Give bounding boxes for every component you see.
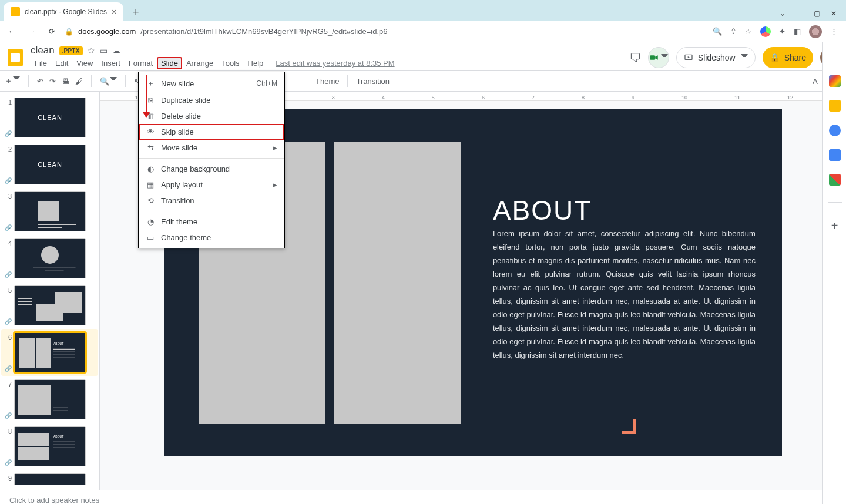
window-maximize-icon[interactable]: ▢ [814, 9, 820, 18]
submenu-arrow-icon: ▸ [273, 143, 277, 152]
menu-tools[interactable]: Tools [217, 57, 243, 69]
keep-icon[interactable] [829, 100, 841, 112]
contacts-icon[interactable] [829, 149, 841, 161]
menu-edit[interactable]: Edit [51, 57, 72, 69]
new-tab-button[interactable]: + [127, 4, 145, 21]
chrome-menu-icon[interactable]: ⋮ [830, 27, 838, 36]
duplicate-icon: ⎘ [146, 96, 155, 105]
menu-file[interactable]: File [31, 57, 51, 69]
maps-icon[interactable] [829, 174, 841, 186]
share-url-icon[interactable]: ⇪ [730, 27, 737, 36]
window-close-icon[interactable]: ✕ [831, 9, 837, 18]
doc-title[interactable]: clean [31, 45, 55, 56]
slide-title[interactable]: ABOUT [493, 194, 592, 226]
side-panel: + [822, 42, 846, 504]
calendar-icon[interactable] [829, 75, 841, 87]
bookmark-icon[interactable]: ☆ [745, 27, 752, 36]
pptx-badge: .PPTX [59, 46, 83, 55]
menu-edit-theme[interactable]: ◔ Edit theme [139, 214, 284, 230]
slide-number: 7 [5, 379, 12, 388]
chevron-down-icon[interactable]: ⌄ [780, 9, 785, 18]
menu-arrange[interactable]: Arrange [182, 57, 217, 69]
paint-format-button[interactable]: 🖌 [75, 77, 83, 86]
menu-help[interactable]: Help [244, 57, 268, 69]
theme-icon: ◔ [146, 217, 155, 226]
slides-logo-icon[interactable] [5, 47, 26, 68]
chrome-profile-avatar[interactable] [809, 25, 822, 38]
transition-icon: ⟲ [146, 196, 155, 205]
meet-call-button[interactable] [648, 47, 669, 68]
menu-transition[interactable]: ⟲ Transition [139, 193, 284, 209]
thumbnail-5[interactable]: ▬▬▬▬▬▬▬▬▬▬▬▬▬▬▬▬▬▬ [14, 285, 86, 325]
speaker-notes-placeholder: Click to add speaker notes [9, 496, 99, 504]
slide-number: 5 [5, 285, 12, 294]
reload-button[interactable]: ⟳ [45, 27, 59, 36]
tasks-icon[interactable] [829, 125, 841, 136]
extensions-puzzle-icon[interactable]: ✦ [779, 27, 785, 36]
chevron-down-icon [741, 54, 748, 61]
menu-skip-slide[interactable]: 👁 Skip slide [139, 124, 284, 140]
theme-button[interactable]: Theme [315, 77, 339, 86]
window-minimize-icon[interactable]: — [796, 9, 803, 18]
address-bar[interactable]: 🔒 docs.google.com/presentation/d/1t9lmlT… [65, 27, 707, 36]
thumbnail-3[interactable]: ▬▬▬▬▬▬▬▬▬▬▬▬▬▬▬▬▬▬▬▬▬▬▬▬▬▬ [14, 191, 86, 231]
cloud-status-icon[interactable]: ☁ [112, 46, 120, 55]
thumbnail-2[interactable]: CLEAN [14, 145, 86, 184]
menu-new-slide[interactable]: ＋ New slide Ctrl+M [139, 75, 284, 92]
browser-omnibar: ← → ⟳ 🔒 docs.google.com/presentation/d/1… [0, 21, 846, 42]
new-slide-button[interactable]: ＋ [5, 76, 20, 86]
close-tab-icon[interactable]: × [112, 7, 116, 16]
thumbnail-8[interactable]: ABOUT ▬▬▬▬▬▬▬▬▬▬▬▬▬▬▬▬▬▬▬▬▬▬▬▬▬▬▬ [14, 426, 86, 466]
menu-delete-slide[interactable]: 🗑 Delete slide [139, 108, 284, 124]
tab-title: clean.pptx - Google Slides [25, 8, 107, 16]
share-button[interactable]: 🔒 Share [763, 47, 813, 68]
sidepanel-icon[interactable]: ◧ [794, 27, 801, 36]
speaker-notes[interactable]: Click to add speaker notes [0, 490, 846, 504]
transition-button[interactable]: Transition [356, 77, 390, 86]
menu-change-theme[interactable]: ▭ Change theme [139, 230, 284, 246]
slide-body-text[interactable]: Lorem ipsum dolor sit amet, consectetur … [493, 227, 756, 362]
background-icon: ◐ [146, 164, 155, 173]
link-icon: 🔗 [5, 270, 12, 277]
slide-number: 6 [5, 332, 12, 341]
extension-icon[interactable] [760, 26, 771, 37]
thumbnail-4[interactable]: ▬▬▬▬▬▬▬▬▬▬▬▬▬▬▬▬▬▬▬▬▬▬▬▬▬▬ [14, 238, 86, 278]
star-icon[interactable]: ☆ [88, 46, 95, 55]
undo-button[interactable]: ↶ [37, 77, 43, 86]
thumbnail-6[interactable]: ABOUT ▬▬▬▬▬▬▬▬▬▬▬▬▬▬▬▬▬▬▬▬▬▬▬▬▬▬▬▬▬▬▬▬▬▬… [14, 332, 86, 372]
slideshow-button[interactable]: Slideshow [676, 47, 756, 68]
thumbnail-1[interactable]: CLEAN [14, 98, 86, 137]
menu-insert[interactable]: Insert [97, 57, 125, 69]
back-button[interactable]: ← [5, 27, 19, 36]
slide-number: 2 [5, 145, 12, 153]
thumbnail-9[interactable] [14, 473, 86, 485]
last-edit-info[interactable]: Last edit was yesterday at 8:35 PM [276, 59, 394, 68]
menu-duplicate-slide[interactable]: ⎘ Duplicate slide [139, 92, 284, 108]
slide-number: 8 [5, 426, 12, 435]
menu-view[interactable]: View [72, 57, 97, 69]
plus-icon: ＋ [146, 78, 155, 89]
browser-tab-active[interactable]: clean.pptx - Google Slides × [4, 2, 123, 21]
menu-move-slide[interactable]: ⇆ Move slide ▸ [139, 140, 284, 156]
slide-image-placeholder-right[interactable] [334, 142, 461, 424]
zoom-icon[interactable]: 🔍 [713, 27, 722, 36]
menu-change-background[interactable]: ◐ Change background [139, 161, 284, 177]
filmstrip[interactable]: 1 🔗 CLEAN 2 🔗 CLEAN 3 🔗 ▬▬▬▬▬▬▬▬▬▬▬▬▬▬▬▬… [0, 92, 100, 490]
tab-favicon [11, 7, 20, 16]
slide-menu-dropdown: ＋ New slide Ctrl+M ⎘ Duplicate slide 🗑 D… [138, 72, 285, 248]
comment-history-icon[interactable]: 🗨 [629, 51, 641, 65]
zoom-button[interactable]: 🔍 [100, 77, 117, 86]
thumbnail-7[interactable]: ▬▬▬ ▬▬▬▬▬▬ ▬▬▬ [14, 379, 86, 419]
redo-button[interactable]: ↷ [49, 77, 56, 86]
menu-format[interactable]: Format [125, 57, 157, 69]
menu-apply-layout[interactable]: ▦ Apply layout ▸ [139, 177, 284, 193]
link-icon: 🔗 [5, 129, 12, 136]
palette-icon: ▭ [146, 233, 155, 242]
add-side-panel-icon[interactable]: + [831, 219, 838, 233]
print-button[interactable]: 🖶 [62, 77, 69, 86]
move-to-folder-icon[interactable]: ▭ [100, 46, 108, 55]
eye-off-icon: 👁 [146, 127, 155, 136]
menu-slide[interactable]: Slide [157, 57, 182, 69]
annotation-arrow [146, 75, 147, 117]
share-label: Share [784, 53, 806, 62]
